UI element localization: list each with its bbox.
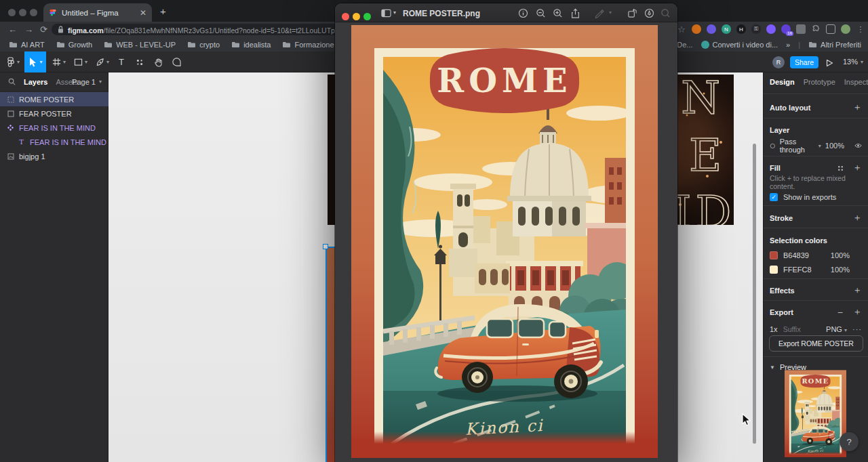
- window-close-button[interactable]: [8, 9, 16, 16]
- search-icon[interactable]: [660, 8, 671, 18]
- metamask-fox-icon[interactable]: [692, 24, 701, 34]
- tab-prototype[interactable]: Prototype: [804, 78, 835, 86]
- layer-opacity[interactable]: 100%: [825, 142, 844, 150]
- dark-h-icon[interactable]: H: [736, 24, 746, 34]
- layer-row[interactable]: TFEAR IS IN THE MIND: [0, 135, 108, 149]
- present-button[interactable]: [826, 59, 833, 67]
- bookmark-star-icon[interactable]: ☆: [677, 24, 686, 34]
- layer-row[interactable]: FEAR POSTER: [0, 106, 108, 121]
- show-in-exports-label: Show in exports: [783, 193, 836, 201]
- video-tool-icon[interactable]: [796, 24, 806, 34]
- purple-wallet-icon[interactable]: [707, 24, 716, 34]
- profile-avatar[interactable]: [841, 24, 850, 34]
- export-more-icon[interactable]: ···: [852, 325, 862, 333]
- sidebar-toggle-icon[interactable]: [826, 24, 835, 34]
- export-section-title: Export: [770, 308, 793, 316]
- layer-row[interactable]: bigjpg 1: [0, 149, 108, 163]
- rectangle-icon: [74, 58, 83, 66]
- zoom-out-icon[interactable]: [536, 8, 546, 18]
- export-suffix-input[interactable]: [783, 325, 818, 333]
- share-icon[interactable]: [570, 8, 580, 19]
- selection-color-row[interactable]: B64839100%: [764, 248, 868, 262]
- help-button[interactable]: ?: [840, 432, 859, 451]
- stroke-add-icon[interactable]: ＋: [852, 212, 862, 224]
- window-fullscreen-button[interactable]: [30, 9, 37, 16]
- export-format-dropdown[interactable]: PNG ▾: [826, 325, 847, 333]
- purple-badge-icon[interactable]: 16: [781, 24, 791, 34]
- tab-design[interactable]: Design: [770, 78, 795, 86]
- selection-color-row[interactable]: FFEFC8100%: [764, 262, 868, 276]
- tab-inspect[interactable]: Inspect: [844, 78, 868, 86]
- zoom-level-value: 13%: [843, 58, 858, 66]
- effects-add-icon[interactable]: ＋: [852, 285, 862, 297]
- info-icon[interactable]: [518, 8, 528, 18]
- extensions-puzzle-icon[interactable]: [811, 24, 821, 34]
- bookmark-item[interactable]: Converti i video di...: [701, 41, 778, 49]
- forward-icon[interactable]: →: [24, 24, 33, 35]
- hand-tool[interactable]: [150, 51, 166, 72]
- sidebar-chevron-icon[interactable]: ▾: [393, 9, 396, 16]
- comment-tool[interactable]: [168, 51, 184, 72]
- bookmark-item[interactable]: Growth: [56, 41, 92, 49]
- bookmark-item[interactable]: WEB - LEVEL-UP: [104, 41, 176, 49]
- page-selector[interactable]: Page 1▾: [72, 78, 102, 86]
- pen-icon: [96, 58, 104, 66]
- blend-mode-icon[interactable]: [770, 142, 776, 150]
- canvas-scrollbar[interactable]: [753, 144, 756, 444]
- search-icon[interactable]: [8, 78, 16, 85]
- zoom-level-dropdown[interactable]: 13%▾: [843, 58, 863, 66]
- rotate-icon[interactable]: [627, 8, 637, 18]
- selection-handle[interactable]: [323, 244, 328, 249]
- color-swatch[interactable]: [770, 251, 778, 259]
- reload-icon[interactable]: ⟳: [40, 24, 47, 35]
- user-avatar[interactable]: R: [772, 56, 785, 68]
- preview-titlebar[interactable]: ▾ ROME POSTER.png ▾: [335, 3, 677, 22]
- window-minimize-button[interactable]: [19, 9, 26, 16]
- layer-row[interactable]: ROME POSTER: [0, 92, 108, 106]
- fill-add-icon[interactable]: ＋: [852, 162, 862, 174]
- resources-tool[interactable]: [132, 51, 148, 72]
- password-key-icon[interactable]: ⚿: [751, 24, 761, 34]
- teal-n-icon[interactable]: N: [722, 24, 731, 34]
- figma-main-menu[interactable]: ▾: [4, 51, 23, 72]
- layer-row[interactable]: FEAR IS IN THE MIND: [0, 121, 108, 135]
- styles-icon[interactable]: [837, 165, 844, 172]
- show-in-exports-checkbox[interactable]: ✓: [770, 193, 778, 201]
- browser-tab[interactable]: Untitled – Figma ✕: [43, 3, 152, 22]
- tab-close-icon[interactable]: ✕: [140, 9, 146, 17]
- text-tool[interactable]: T: [114, 51, 129, 72]
- export-remove-icon[interactable]: −: [837, 307, 843, 318]
- markup-chevron-icon[interactable]: ▾: [609, 9, 612, 16]
- new-tab-button[interactable]: +: [160, 5, 166, 17]
- tab-layers[interactable]: Layers: [24, 78, 47, 86]
- browser-menu-icon[interactable]: ⋮: [856, 24, 865, 34]
- shape-tool[interactable]: ▾: [71, 51, 91, 72]
- pen-tool[interactable]: ▾: [92, 51, 113, 72]
- export-add-icon[interactable]: ＋: [852, 306, 862, 318]
- preview-minimize-button[interactable]: [353, 13, 360, 20]
- frame-tool[interactable]: ▾: [49, 51, 69, 72]
- preview-collapse-icon[interactable]: ▼: [770, 364, 775, 371]
- blend-mode-dropdown[interactable]: Pass through: [780, 138, 814, 154]
- bookmark-item[interactable]: idealista: [231, 41, 271, 49]
- auto-layout-add-icon[interactable]: ＋: [852, 102, 862, 114]
- bookmark-item[interactable]: AI ART: [9, 41, 45, 49]
- markup-toolbar-icon[interactable]: [644, 8, 654, 18]
- bookmark-item[interactable]: crypto: [187, 41, 220, 49]
- markup-pencil-icon[interactable]: [594, 8, 604, 18]
- export-button[interactable]: Export ROME POSTER: [769, 335, 863, 352]
- visibility-eye-icon[interactable]: [854, 142, 862, 149]
- share-button[interactable]: Share: [790, 56, 818, 68]
- purple-round-icon[interactable]: [766, 24, 776, 34]
- zoom-in-icon[interactable]: [553, 8, 563, 18]
- color-swatch[interactable]: [770, 266, 778, 274]
- back-icon[interactable]: ←: [8, 24, 17, 35]
- bookmarks-folder[interactable]: Altri Preferiti: [808, 41, 861, 49]
- preview-close-button[interactable]: [342, 13, 349, 20]
- preview-zoom-button[interactable]: [363, 13, 371, 20]
- move-tool[interactable]: ▾: [24, 51, 46, 72]
- bookmark-item[interactable]: Formazione: [282, 41, 334, 49]
- sidebar-toggle-icon[interactable]: [381, 9, 391, 18]
- bookmarks-overflow-icon[interactable]: »: [786, 41, 790, 49]
- export-scale-dropdown[interactable]: 1x: [770, 325, 778, 333]
